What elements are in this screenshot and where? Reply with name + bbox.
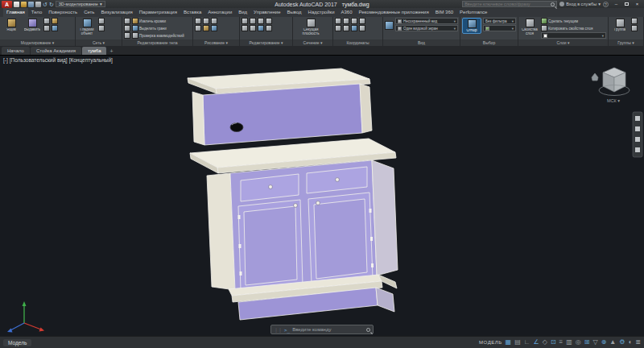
rectangle-icon[interactable] bbox=[203, 25, 209, 31]
command-line[interactable]: ⋮⋮ >_ Введите команду bbox=[270, 325, 374, 334]
new-drawing-tab-button[interactable]: + bbox=[107, 48, 115, 55]
sweep-icon[interactable] bbox=[43, 25, 50, 31]
ucs-world-icon[interactable] bbox=[343, 18, 349, 24]
cylinder-icon[interactable] bbox=[43, 18, 50, 24]
extract-edges-button[interactable]: Извлечь кромки bbox=[132, 18, 184, 24]
snap-icon[interactable]: ▤ bbox=[514, 338, 521, 346]
ucs-3point-icon[interactable] bbox=[335, 25, 341, 31]
ucs-z-axis-icon[interactable] bbox=[359, 18, 365, 24]
smooth-object-button[interactable]: Гладкий объект bbox=[77, 18, 97, 36]
interference-check-button[interactable]: Проверка взаимодействий bbox=[132, 32, 184, 39]
tab-parametrizaciya[interactable]: Параметризация bbox=[136, 8, 180, 17]
hatch-icon[interactable] bbox=[211, 25, 217, 31]
help-icon[interactable]: ? bbox=[603, 2, 609, 7]
model-viewport[interactable]: [-] [Пользовательский вид] [Концептуальн… bbox=[0, 55, 644, 336]
tab-telo[interactable]: Тело bbox=[28, 8, 45, 17]
select-faces-button[interactable]: Выделить грани bbox=[132, 25, 184, 31]
selection-filter-icon[interactable]: ▽ bbox=[593, 338, 598, 346]
grid-icon[interactable]: ▦ bbox=[506, 338, 512, 346]
file-tab-2[interactable]: Стойка Академия bbox=[31, 47, 81, 55]
view-panel-label[interactable]: Вид bbox=[383, 39, 460, 46]
save-icon[interactable] bbox=[28, 2, 34, 7]
drawing-canvas[interactable]: МСК ▾ bbox=[0, 56, 644, 336]
ucs-axis-icon[interactable] bbox=[7, 301, 44, 333]
gizmo-icon[interactable]: ⊕ bbox=[601, 338, 607, 346]
search-input[interactable] bbox=[464, 2, 551, 7]
line-icon[interactable] bbox=[195, 18, 201, 24]
tab-upravlenie[interactable]: Управление bbox=[250, 8, 283, 17]
selection-panel-label[interactable]: Выбор bbox=[460, 39, 518, 46]
redo-icon[interactable]: ↻ bbox=[49, 2, 54, 7]
layer-properties-button[interactable]: Свойства слоя bbox=[520, 18, 539, 36]
tab-bim360[interactable]: BIM 360 bbox=[432, 8, 456, 17]
plinth-side[interactable] bbox=[376, 288, 394, 312]
match-layer-button[interactable]: Копировать свойства слоя bbox=[541, 25, 606, 31]
tab-vyvod[interactable]: Вывод bbox=[283, 8, 304, 17]
door-knob-right[interactable] bbox=[316, 201, 320, 205]
ucs-icon[interactable] bbox=[335, 18, 341, 24]
make-current-button[interactable]: Сделать текущим bbox=[541, 18, 606, 24]
minimize-button[interactable]: – bbox=[611, 1, 621, 8]
modify-panel-label[interactable]: Редактирование ▾ bbox=[240, 39, 292, 46]
orbit-icon[interactable] bbox=[635, 147, 640, 152]
tab-glavnaya[interactable]: Главная bbox=[3, 7, 28, 17]
tab-poverhnost[interactable]: Поверхность bbox=[45, 8, 80, 17]
help-search-box[interactable] bbox=[462, 1, 557, 7]
ucs-view-icon[interactable] bbox=[351, 25, 357, 31]
fillet-icon[interactable] bbox=[250, 25, 256, 31]
object-snap-icon[interactable]: ⊡ bbox=[551, 338, 556, 346]
coordinates-panel-label[interactable]: Координаты bbox=[333, 39, 382, 46]
model-tab[interactable]: Модель bbox=[3, 339, 31, 346]
union-icon[interactable] bbox=[124, 18, 130, 24]
dynamic-ucs-icon[interactable]: ⊞ bbox=[584, 338, 590, 346]
ungroup-icon[interactable] bbox=[631, 18, 638, 24]
polysolid-icon[interactable] bbox=[52, 18, 58, 24]
undo-icon[interactable]: ↺ bbox=[43, 2, 47, 7]
tab-performance[interactable]: Performance bbox=[456, 8, 490, 17]
new-file-icon[interactable] bbox=[14, 2, 19, 7]
tab-annotacii[interactable]: Аннотации bbox=[204, 8, 235, 17]
layer-combo[interactable]: ▾ bbox=[541, 32, 606, 39]
tab-vid[interactable]: Вид bbox=[235, 8, 250, 17]
tab-vizualizaciya[interactable]: Визуализация bbox=[97, 8, 135, 17]
trim-icon[interactable] bbox=[258, 18, 264, 24]
draw-panel-label[interactable]: Рисование ▾ bbox=[193, 39, 239, 46]
close-button[interactable]: × bbox=[632, 1, 642, 8]
isometric-drafting-icon[interactable]: ◇ bbox=[543, 338, 547, 346]
file-tab-start[interactable]: Начало bbox=[2, 47, 30, 55]
viewport-config-combo[interactable]: Один видовой экран ▾ bbox=[395, 25, 458, 31]
move-icon[interactable] bbox=[242, 18, 248, 24]
cable-hole[interactable] bbox=[230, 123, 243, 132]
door-knob-left[interactable] bbox=[294, 204, 298, 208]
selection-filter-combo[interactable]: Без фильтра ▾ bbox=[483, 18, 516, 24]
mirror-icon[interactable] bbox=[242, 25, 248, 31]
command-input[interactable]: Введите команду bbox=[292, 327, 364, 332]
mesh-panel-label[interactable]: Сеть ▾ bbox=[76, 39, 122, 46]
plot-icon[interactable] bbox=[35, 2, 41, 7]
ucs-named-icon[interactable] bbox=[343, 25, 349, 31]
gizmo-combo[interactable]: ▾ bbox=[483, 25, 516, 31]
transparency-icon[interactable]: ▥ bbox=[566, 338, 572, 346]
drawer-knob-left[interactable] bbox=[269, 185, 273, 189]
cabinet-body[interactable] bbox=[207, 160, 398, 291]
ucs-origin-icon[interactable] bbox=[351, 18, 357, 24]
loft-icon[interactable] bbox=[52, 25, 58, 31]
circle-icon[interactable] bbox=[211, 18, 217, 24]
search-icon[interactable] bbox=[551, 2, 555, 6]
subtract-icon[interactable] bbox=[124, 25, 130, 31]
cabinet-3d-model[interactable] bbox=[188, 68, 398, 320]
tab-featured-apps[interactable]: Рекомендованные приложения bbox=[356, 8, 432, 17]
solid-editing-panel-label[interactable]: Редактирование тела bbox=[122, 39, 192, 46]
tab-set[interactable]: Сеть bbox=[80, 8, 97, 17]
ucs-object-icon[interactable] bbox=[359, 25, 365, 31]
viewport-config-icon[interactable] bbox=[385, 21, 394, 30]
intersect-icon[interactable] bbox=[124, 32, 130, 39]
arc-icon[interactable] bbox=[195, 25, 201, 31]
array-icon[interactable] bbox=[266, 25, 272, 31]
scale-icon[interactable] bbox=[258, 25, 264, 31]
application-menu-button[interactable]: A bbox=[2, 1, 12, 8]
polyline-icon[interactable] bbox=[203, 18, 209, 24]
section-panel-label[interactable]: Сечение ▾ bbox=[293, 39, 332, 46]
viewport-menu-control[interactable]: [-] bbox=[3, 57, 8, 63]
drawer-knob-right[interactable] bbox=[336, 178, 340, 182]
